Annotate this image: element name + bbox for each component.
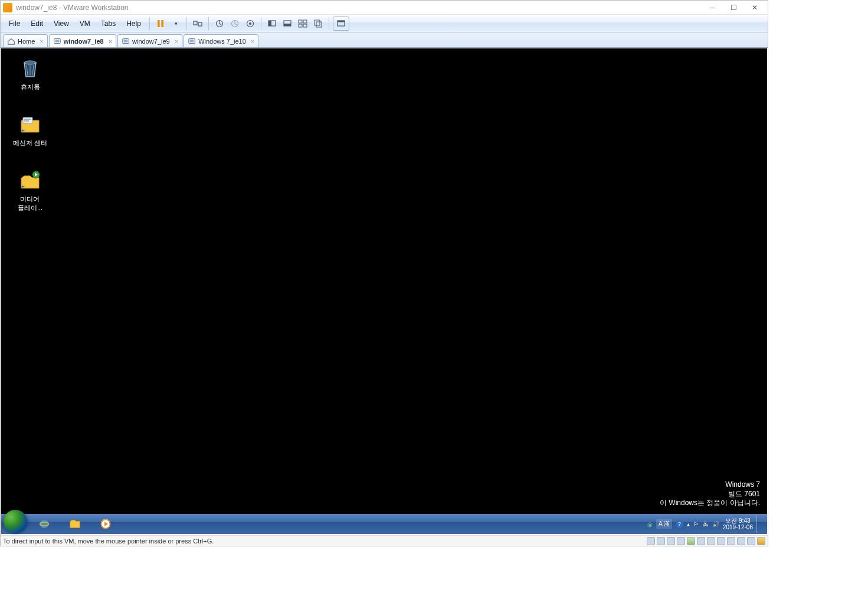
taskbar-media-player-button[interactable] <box>92 516 119 532</box>
snapshot-revert-button[interactable] <box>228 17 242 31</box>
view-console-button[interactable] <box>265 17 279 31</box>
svg-rect-19 <box>338 21 345 22</box>
device-generic-icon[interactable] <box>727 537 735 545</box>
svg-rect-25 <box>190 40 194 42</box>
device-message-icon[interactable] <box>757 537 765 545</box>
start-button[interactable] <box>4 510 27 533</box>
vmware-app-icon <box>3 3 12 12</box>
svg-rect-27 <box>23 117 32 123</box>
menu-tabs[interactable]: Tabs <box>96 17 120 30</box>
folder-icon <box>18 113 42 136</box>
tab-window7-ie9[interactable]: window7_ie9 × <box>117 34 182 47</box>
ime-indicator[interactable]: A 漢 <box>656 519 672 529</box>
pause-button[interactable] <box>153 17 168 31</box>
menu-vm[interactable]: VM <box>75 17 95 30</box>
vm-icon <box>188 37 196 45</box>
windows-watermark: Windows 7 빌드 7601 이 Windows는 정품이 아닙니다. <box>660 480 760 508</box>
svg-rect-2 <box>194 21 197 25</box>
clock-date: 2019-12-06 <box>723 524 753 530</box>
vm-icon <box>53 37 61 45</box>
tab-window7-ie8[interactable]: window7_ie8 × <box>49 34 116 47</box>
device-sound-icon[interactable] <box>697 537 705 545</box>
guest-taskbar: ◎ A 漢 ? ▴ 🏳 🖧 🔊 오전 9:43 2019-12-06 <box>1 514 767 534</box>
vmware-window: window7_ie8 - VMware Workstation ─ ☐ ✕ F… <box>0 0 768 546</box>
close-button[interactable]: ✕ <box>744 1 765 14</box>
menu-edit[interactable]: Edit <box>26 17 48 30</box>
desktop-icons: 휴지통 메신저 센터 미디어 플레이... <box>8 57 52 212</box>
svg-rect-1 <box>161 20 163 27</box>
tab-close-icon[interactable]: × <box>109 38 112 45</box>
svg-rect-13 <box>303 20 307 23</box>
action-center-icon[interactable]: 🏳 <box>693 521 699 527</box>
desktop-icon-media-player[interactable]: 미디어 플레이... <box>8 169 52 212</box>
svg-rect-9 <box>268 21 271 26</box>
network-icon[interactable]: 🖧 <box>703 521 709 527</box>
svg-rect-21 <box>55 40 59 42</box>
vm-viewport[interactable]: 휴지통 메신저 센터 미디어 플레이... Windows 7 빌드 7601 … <box>1 48 767 534</box>
tab-windows7-ie10[interactable]: Windows 7_ie10 × <box>184 34 258 47</box>
svg-rect-14 <box>299 24 302 27</box>
svg-rect-0 <box>158 20 160 27</box>
device-generic3-icon[interactable] <box>747 537 755 545</box>
tab-close-icon[interactable]: × <box>40 38 43 45</box>
watermark-line1: Windows 7 <box>660 480 760 490</box>
vmware-device-icons <box>647 537 765 545</box>
tabbar: Home × window7_ie8 × window7_ie9 × Windo… <box>1 32 768 48</box>
desktop-icon-label: 미디어 플레이... <box>18 195 42 212</box>
help-icon[interactable]: ? <box>676 520 683 528</box>
svg-point-7 <box>249 22 251 25</box>
unity-button[interactable] <box>311 17 325 31</box>
tab-home[interactable]: Home × <box>3 34 48 47</box>
maximize-button[interactable]: ☐ <box>723 1 744 14</box>
menu-view[interactable]: View <box>49 17 74 30</box>
device-cd-icon[interactable] <box>657 537 665 545</box>
device-usb-icon[interactable] <box>687 537 695 545</box>
desktop-icon-label: 메신저 센터 <box>13 139 47 148</box>
titlebar: window7_ie8 - VMware Workstation ─ ☐ ✕ <box>1 1 768 15</box>
tab-close-icon[interactable]: × <box>175 38 178 45</box>
desktop-icon-messenger-center[interactable]: 메신저 센터 <box>8 113 52 148</box>
snapshot-take-button[interactable] <box>212 17 227 31</box>
show-desktop-button[interactable] <box>756 515 761 533</box>
svg-point-26 <box>24 61 36 64</box>
tab-label: window7_ie8 <box>64 38 104 45</box>
view-thumbnail-button[interactable] <box>280 17 294 31</box>
tray-icon[interactable]: ◎ <box>647 521 653 527</box>
taskbar-explorer-button[interactable] <box>61 516 89 532</box>
svg-rect-17 <box>316 22 322 27</box>
minimize-button[interactable]: ─ <box>702 1 723 14</box>
tab-label: Home <box>18 38 35 45</box>
menu-help[interactable]: Help <box>122 17 146 30</box>
device-printer-icon[interactable] <box>707 537 715 545</box>
tray-chevron-icon[interactable]: ▴ <box>687 521 690 527</box>
svg-rect-3 <box>198 22 202 26</box>
vmware-statusbar: To direct input to this VM, move the mou… <box>1 535 768 546</box>
window-title: window7_ie8 - VMware Workstation <box>16 4 129 12</box>
device-display-icon[interactable] <box>717 537 725 545</box>
taskbar-ie-button[interactable] <box>31 516 58 532</box>
taskbar-clock[interactable]: 오전 9:43 2019-12-06 <box>723 517 753 530</box>
tab-close-icon[interactable]: × <box>251 38 254 45</box>
svg-rect-16 <box>315 20 320 25</box>
guest-system-tray: ◎ A 漢 ? ▴ 🏳 🖧 🔊 오전 9:43 2019-12-06 <box>647 515 765 533</box>
desktop-icon-recycle-bin[interactable]: 휴지통 <box>8 57 52 91</box>
svg-rect-11 <box>284 24 291 26</box>
snapshot-manager-button[interactable] <box>243 17 257 31</box>
power-dropdown[interactable] <box>169 17 183 31</box>
device-generic2-icon[interactable] <box>737 537 745 545</box>
view-multi-button[interactable] <box>296 17 310 31</box>
send-ctrlaltdel-button[interactable] <box>191 17 205 31</box>
menu-file[interactable]: File <box>4 17 25 30</box>
fullscreen-button[interactable] <box>333 17 349 31</box>
tab-label: window7_ie9 <box>132 38 170 45</box>
watermark-line3: 이 Windows는 정품이 아닙니다. <box>660 499 760 508</box>
device-hdd-icon[interactable] <box>647 537 655 545</box>
device-network-icon[interactable] <box>677 537 685 545</box>
status-hint-text: To direct input to this VM, move the mou… <box>3 538 214 545</box>
tab-label: Windows 7_ie10 <box>198 38 246 45</box>
desktop-icon-label: 휴지통 <box>21 83 40 91</box>
watermark-line2: 빌드 7601 <box>660 490 760 499</box>
volume-icon[interactable]: 🔊 <box>712 521 719 527</box>
svg-rect-23 <box>124 40 128 42</box>
device-floppy-icon[interactable] <box>667 537 675 545</box>
